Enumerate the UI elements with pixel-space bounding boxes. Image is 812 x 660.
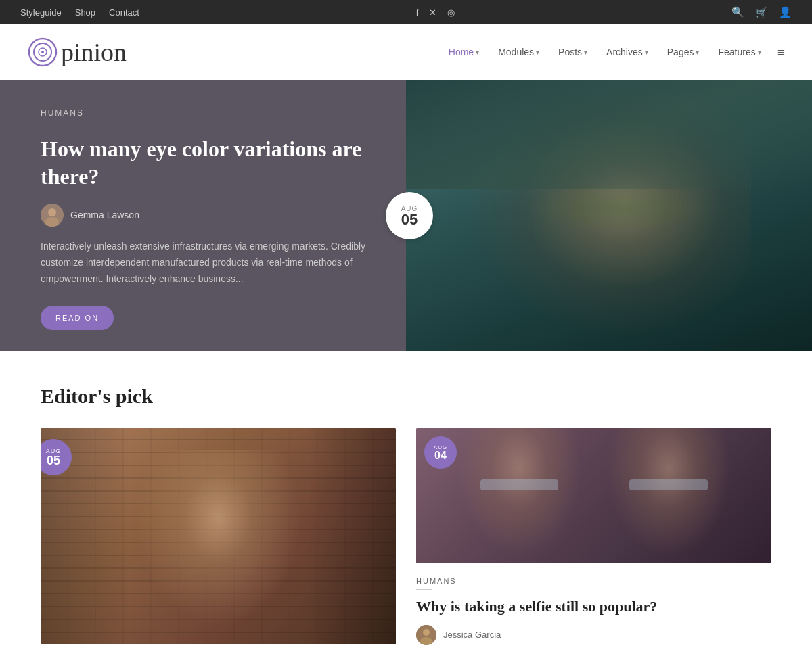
topbar-styleguide[interactable]: Styleguide xyxy=(20,7,62,18)
nav-home[interactable]: Home ▾ xyxy=(442,43,486,62)
avatar xyxy=(41,204,64,227)
date-day: 04 xyxy=(434,450,447,461)
nav-arrow: ▾ xyxy=(536,49,539,56)
facebook-icon: f xyxy=(416,7,419,18)
nav-posts[interactable]: Posts ▾ xyxy=(551,43,594,62)
hero-content: HUMANS How many eye color variations are… xyxy=(0,80,406,351)
nav-arrow: ▾ xyxy=(476,49,479,56)
twitter-icon: ✕ xyxy=(429,7,436,18)
hero-title: How many eye color variations are there? xyxy=(41,135,372,191)
hero-excerpt: Interactively unleash extensive infrastr… xyxy=(41,239,372,287)
nav-archives[interactable]: Archives ▾ xyxy=(600,43,655,62)
card-small-category: HUMANS xyxy=(416,577,771,585)
search-button[interactable]: 🔍 xyxy=(731,6,744,18)
site-logo[interactable]: pinion xyxy=(27,37,127,68)
nav-arrow: ▾ xyxy=(696,49,699,56)
card-small-author-name: Jessica Garcia xyxy=(443,630,501,640)
hero-section: HUMANS How many eye color variations are… xyxy=(0,80,812,351)
svg-point-5 xyxy=(48,208,56,216)
logo-icon xyxy=(27,37,58,68)
card-large: AUG 05 xyxy=(41,428,396,648)
nav-modules[interactable]: Modules ▾ xyxy=(491,43,546,62)
editors-pick-grid: AUG 05 xyxy=(41,428,771,648)
author-avatar-img xyxy=(41,204,64,227)
search-icon: 🔍 xyxy=(731,6,744,18)
user-icon: 👤 xyxy=(779,6,792,18)
nav-pages[interactable]: Pages ▾ xyxy=(660,43,706,62)
nav-arrow: ▾ xyxy=(645,49,648,56)
social-links: f ✕ ◎ xyxy=(416,7,455,18)
instagram-icon: ◎ xyxy=(447,7,455,18)
hero-date-badge: AUG 05 xyxy=(386,192,433,239)
card-small-divider xyxy=(416,589,432,590)
facebook-link[interactable]: f xyxy=(416,7,419,18)
top-bar: Styleguide Shop Contact f ✕ ◎ 🔍 🛒 👤 xyxy=(0,0,812,24)
site-header: pinion Home ▾ Modules ▾ Posts ▾ Archives… xyxy=(0,24,812,80)
svg-point-3 xyxy=(41,51,44,53)
card-small-meta: HUMANS Why is taking a selfie still so p… xyxy=(416,574,771,648)
editors-pick-section: Editor's pick xyxy=(0,351,812,660)
hero-author: Gemma Lawson xyxy=(41,204,372,227)
hamburger-icon[interactable]: ≡ xyxy=(777,45,785,60)
twitter-link[interactable]: ✕ xyxy=(429,7,436,18)
nav-arrow: ▾ xyxy=(758,49,761,56)
card-small-image[interactable]: AUG 04 xyxy=(416,428,771,563)
logo-text: pinion xyxy=(61,37,127,67)
instagram-link[interactable]: ◎ xyxy=(447,7,455,18)
card-small-date-badge: AUG 04 xyxy=(424,436,457,469)
hero-category: HUMANS xyxy=(41,108,372,118)
top-bar-nav: Styleguide Shop Contact xyxy=(20,7,139,18)
user-button[interactable]: 👤 xyxy=(779,6,792,18)
svg-point-8 xyxy=(423,629,430,636)
card-small-title[interactable]: Why is taking a selfie still so popular? xyxy=(416,597,771,617)
hero-image xyxy=(406,80,812,351)
nav-arrow: ▾ xyxy=(584,49,587,56)
hero-author-name: Gemma Lawson xyxy=(70,210,139,220)
cart-button[interactable]: 🛒 xyxy=(755,6,768,18)
card-small-author: Jessica Garcia xyxy=(416,625,771,645)
read-on-button[interactable]: READ ON xyxy=(41,306,114,330)
main-nav: Home ▾ Modules ▾ Posts ▾ Archives ▾ Page… xyxy=(442,43,785,62)
cart-icon: 🛒 xyxy=(755,6,768,18)
date-day: 05 xyxy=(47,454,60,467)
editors-pick-title: Editor's pick xyxy=(41,385,771,408)
topbar-shop[interactable]: Shop xyxy=(75,7,95,18)
author-avatar-img xyxy=(416,625,436,645)
date-day: 05 xyxy=(401,212,418,227)
card-large-image[interactable]: AUG 05 xyxy=(41,428,396,644)
top-bar-actions: 🔍 🛒 👤 xyxy=(731,6,792,18)
avatar xyxy=(416,625,436,645)
nav-features[interactable]: Features ▾ xyxy=(711,43,767,62)
topbar-contact[interactable]: Contact xyxy=(109,7,139,18)
card-right: AUG 04 HUMANS Why is taking a selfie sti… xyxy=(416,428,771,648)
